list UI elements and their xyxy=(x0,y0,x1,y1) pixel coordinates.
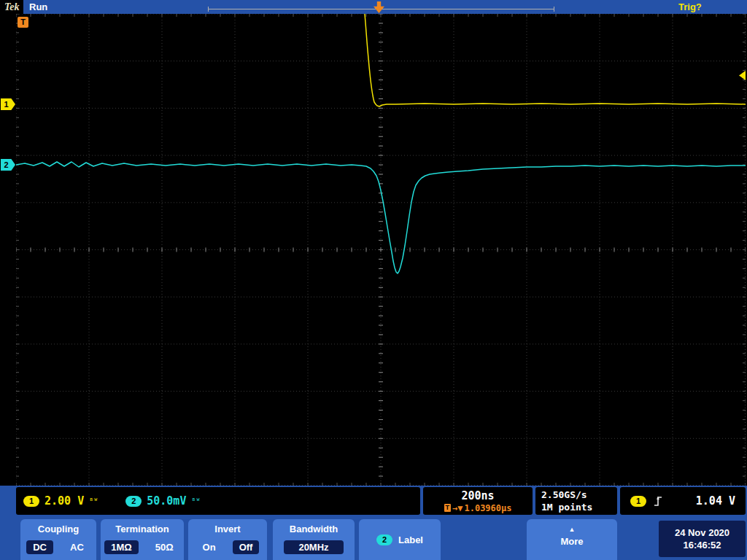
label-button[interactable]: 2 Label xyxy=(359,519,441,560)
datetime-display: 24 Nov 2020 16:46:52 xyxy=(659,521,746,557)
bandwidth-label: Bandwidth xyxy=(290,524,338,534)
coupling-button[interactable]: Coupling DC AC xyxy=(20,519,96,560)
softkey-menu-bar: Coupling DC AC Termination 1MΩ 50Ω Inver… xyxy=(0,516,747,560)
ch1-badge: 1 xyxy=(23,496,39,507)
ch2-bandwidth-limit-icon: ᴮᵂ xyxy=(191,497,200,505)
acquisition-status: Run xyxy=(29,0,47,14)
timebase-readout: 200ns T →▼ 1.03960μs xyxy=(423,487,533,515)
termination-option-1mohm[interactable]: 1MΩ xyxy=(104,540,138,554)
trigger-t-icon: T xyxy=(444,504,452,512)
tek-logo: Tek xyxy=(0,0,23,14)
channel-scale-readouts: 1 2.00 V ᴮᵂ 2 50.0mV ᴮᵂ xyxy=(16,487,420,515)
more-up-arrow-icon: ▲ xyxy=(569,526,576,533)
readout-bar: 1 2.00 V ᴮᵂ 2 50.0mV ᴮᵂ 200ns T →▼ 1.039… xyxy=(0,486,747,516)
coupling-option-dc[interactable]: DC xyxy=(26,540,53,554)
label-ch2-badge: 2 xyxy=(376,534,392,545)
ch1-ground-marker[interactable]: 1 xyxy=(1,98,15,110)
trigger-level-value: 1.04 V xyxy=(696,494,735,508)
oscilloscope-screen: Tek Run Trig? T 1 2 1 2.00 V ᴮᵂ 2 50.0mV… xyxy=(0,0,747,560)
date-value: 24 Nov 2020 xyxy=(675,526,729,539)
ch2-ground-marker[interactable]: 2 xyxy=(1,159,15,171)
trigger-delay-readout: T →▼ 1.03960μs xyxy=(444,503,512,513)
bandwidth-value[interactable]: 20MHz xyxy=(284,540,343,554)
invert-label: Invert xyxy=(214,524,240,534)
trigger-status: Trig? xyxy=(678,0,702,14)
termination-option-50ohm[interactable]: 50Ω xyxy=(149,540,180,554)
delay-time-value: 1.03960μs xyxy=(464,503,511,513)
termination-button[interactable]: Termination 1MΩ 50Ω xyxy=(101,519,184,560)
ch2-trace xyxy=(16,162,746,273)
acquisition-readout: 2.50GS/s 1M points xyxy=(535,487,617,515)
invert-option-on[interactable]: On xyxy=(196,540,222,554)
trigger-position-marker-icon[interactable] xyxy=(374,1,384,13)
ch2-scale-readout: 50.0mV xyxy=(147,494,186,508)
sample-rate-value: 2.50GS/s xyxy=(541,489,587,500)
record-view-start-tick xyxy=(208,7,209,12)
delay-arrow-icon: →▼ xyxy=(452,503,462,513)
timebase-value: 200ns xyxy=(461,489,494,502)
coupling-option-ac[interactable]: AC xyxy=(63,540,90,554)
ch1-scale-readout: 2.00 V xyxy=(44,494,84,508)
rising-edge-icon xyxy=(654,495,662,507)
time-value: 16:46:52 xyxy=(683,539,721,551)
record-view-end-tick xyxy=(554,7,554,12)
termination-label: Termination xyxy=(115,524,169,534)
ch1-bandwidth-limit-icon: ᴮᵂ xyxy=(89,497,98,505)
bandwidth-button[interactable]: Bandwidth 20MHz xyxy=(273,519,355,560)
invert-button[interactable]: Invert On Off xyxy=(188,519,267,560)
more-button[interactable]: ▲ More xyxy=(527,519,617,560)
trigger-readout: 1 1.04 V xyxy=(620,487,746,515)
more-label: More xyxy=(560,537,583,546)
graticule-and-traces xyxy=(16,14,746,486)
record-length-value: 1M points xyxy=(541,502,592,513)
ch2-badge: 2 xyxy=(125,496,142,507)
label-button-text: Label xyxy=(398,535,423,545)
trigger-source-badge: 1 xyxy=(630,496,646,507)
top-status-bar: Tek Run Trig? xyxy=(0,0,747,14)
coupling-label: Coupling xyxy=(38,524,79,534)
trigger-level-flag[interactable]: T xyxy=(18,17,28,28)
waveform-display xyxy=(16,14,746,486)
ch1-trace xyxy=(365,14,746,106)
invert-option-off[interactable]: Off xyxy=(233,540,260,554)
